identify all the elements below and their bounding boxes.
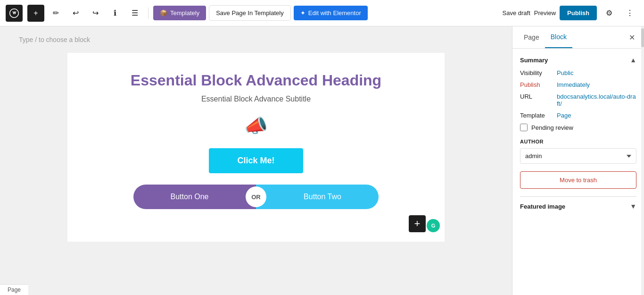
info-icon: ℹ bbox=[114, 8, 116, 17]
close-panel-button[interactable]: ✕ bbox=[625, 31, 638, 44]
close-icon: ✕ bbox=[629, 33, 635, 42]
megaphone-icon: 📣 bbox=[244, 115, 268, 136]
settings-button[interactable]: ⚙ bbox=[601, 5, 618, 22]
toolbar: + ✏ ↩ ↪ ℹ ☰ 📦 Templately Save Page In Te… bbox=[0, 0, 644, 26]
visibility-row: Visibility Public bbox=[520, 69, 636, 76]
pending-review-label: Pending review bbox=[531, 124, 573, 131]
plus-icon: + bbox=[414, 218, 421, 230]
publish-value[interactable]: Immediately bbox=[557, 81, 590, 88]
publish-button[interactable]: Publish bbox=[560, 6, 597, 20]
summary-section: Summary ▲ Visibility Public Publish Imme… bbox=[520, 56, 636, 131]
toolbar-separator bbox=[148, 8, 149, 19]
template-row: Template Page bbox=[520, 112, 636, 119]
right-panel: Page Block ✕ Summary ▲ Visibility Public bbox=[512, 26, 644, 295]
template-label: Template bbox=[520, 112, 553, 119]
subtitle[interactable]: Essential Block Advance Subtitle bbox=[86, 95, 426, 103]
author-section: AUTHOR admin bbox=[520, 139, 636, 164]
summary-collapse-button[interactable]: ▲ bbox=[630, 56, 636, 64]
dual-button-group: Button One OR Button Two bbox=[133, 185, 379, 209]
tab-page[interactable]: Page bbox=[518, 26, 545, 48]
elementor-icon: ✦ bbox=[300, 9, 305, 17]
author-label: AUTHOR bbox=[520, 139, 636, 144]
save-draft-button[interactable]: Save draft bbox=[503, 9, 530, 17]
wp-logo bbox=[6, 5, 23, 22]
panel-scrollbar[interactable] bbox=[641, 26, 644, 295]
undo-button[interactable]: ↩ bbox=[67, 5, 84, 22]
featured-image-section: Featured image ▼ bbox=[520, 196, 636, 210]
list-view-button[interactable]: ☰ bbox=[126, 5, 143, 22]
or-separator: OR bbox=[246, 186, 266, 207]
move-to-trash-button[interactable]: Move to trash bbox=[520, 171, 636, 189]
templately-icon: 📦 bbox=[160, 9, 167, 17]
featured-image-header[interactable]: Featured image ▼ bbox=[520, 202, 636, 210]
redo-icon: ↪ bbox=[92, 8, 99, 17]
grammarly-icon: G bbox=[427, 219, 440, 232]
summary-header: Summary ▲ bbox=[520, 56, 636, 64]
publish-label: Publish bbox=[520, 81, 553, 88]
button-two[interactable]: Button Two bbox=[266, 185, 379, 209]
editor-area[interactable]: Type / to choose a block Essential Block… bbox=[0, 26, 512, 295]
publish-row: Publish Immediately bbox=[520, 81, 636, 88]
toolbar-right: Save draft Preview Publish ⚙ ⋮ bbox=[503, 5, 638, 22]
elementor-button[interactable]: ✦ Edit with Elementor bbox=[294, 6, 368, 20]
content-area: Essential Block Advanced Heading Essenti… bbox=[67, 53, 445, 242]
save-templately-button[interactable]: Save Page In Templately bbox=[209, 5, 291, 21]
undo-icon: ↩ bbox=[73, 8, 79, 17]
templately-button[interactable]: 📦 Templately bbox=[153, 6, 206, 20]
list-icon: ☰ bbox=[132, 8, 138, 17]
featured-image-toggle-button[interactable]: ▼ bbox=[630, 202, 636, 210]
main-layout: Type / to choose a block Essential Block… bbox=[0, 26, 644, 295]
gear-icon: ⚙ bbox=[606, 8, 612, 17]
icon-block: 📣 bbox=[86, 115, 426, 137]
template-value[interactable]: Page bbox=[557, 112, 571, 119]
panel-content: Summary ▲ Visibility Public Publish Imme… bbox=[512, 49, 644, 295]
url-label: URL bbox=[520, 93, 553, 100]
chevron-up-icon: ▲ bbox=[630, 56, 636, 64]
panel-tabs: Page Block ✕ bbox=[512, 26, 644, 49]
url-value[interactable]: bdocsanalytics.local/auto-draft/ bbox=[557, 93, 636, 107]
pending-review-row: Pending review bbox=[520, 124, 636, 131]
ellipsis-icon: ⋮ bbox=[626, 8, 634, 17]
pencil-icon: ✏ bbox=[53, 8, 59, 17]
featured-image-title: Featured image bbox=[520, 203, 565, 210]
info-button[interactable]: ℹ bbox=[107, 5, 124, 22]
edit-tool-button[interactable]: ✏ bbox=[47, 5, 64, 22]
summary-title: Summary bbox=[520, 57, 548, 64]
panel-scrollbar-thumb bbox=[641, 28, 644, 47]
status-label: Page bbox=[8, 287, 21, 293]
visibility-value[interactable]: Public bbox=[557, 69, 573, 76]
more-options-button[interactable]: ⋮ bbox=[621, 5, 638, 22]
add-block-inline-button[interactable]: + bbox=[409, 215, 426, 232]
url-row: URL bdocsanalytics.local/auto-draft/ bbox=[520, 93, 636, 107]
block-hint: Type / to choose a block bbox=[19, 36, 493, 43]
preview-button[interactable]: Preview bbox=[534, 9, 556, 17]
plus-icon: + bbox=[33, 9, 38, 17]
advanced-heading[interactable]: Essential Block Advanced Heading bbox=[86, 72, 426, 89]
visibility-label: Visibility bbox=[520, 69, 553, 76]
button-one[interactable]: Button One bbox=[133, 185, 246, 209]
author-select[interactable]: admin bbox=[520, 148, 636, 164]
tab-block[interactable]: Block bbox=[545, 26, 572, 48]
click-me-button[interactable]: Click Me! bbox=[209, 148, 303, 173]
chevron-down-icon: ▼ bbox=[630, 202, 636, 210]
redo-button[interactable]: ↪ bbox=[87, 5, 104, 22]
status-bar: Page bbox=[0, 284, 28, 295]
pending-review-checkbox[interactable] bbox=[520, 124, 528, 131]
add-block-button[interactable]: + bbox=[27, 5, 44, 22]
